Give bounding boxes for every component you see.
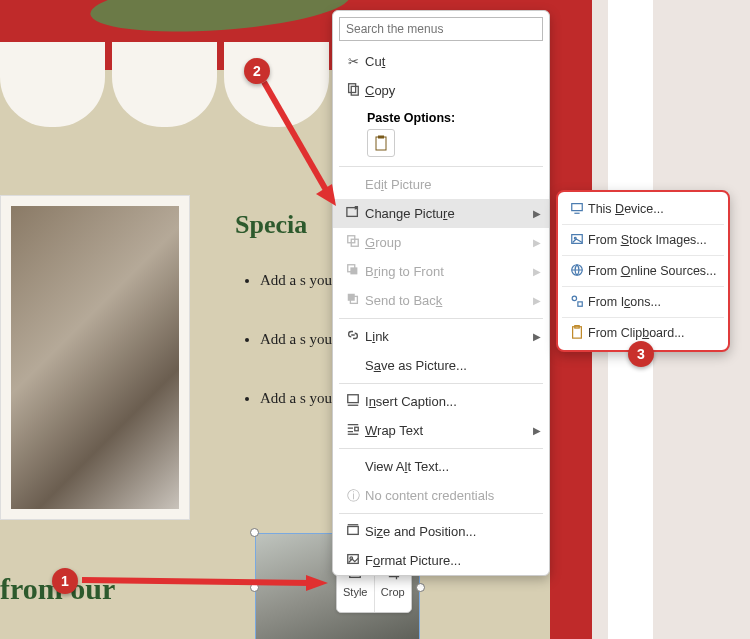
submenu-stock-images[interactable]: From Stock Images... (558, 226, 728, 254)
submenu-label: This Device... (588, 202, 720, 216)
paste-options-label: Paste Options: (333, 105, 549, 127)
menu-label: View Alt Text... (365, 459, 541, 474)
device-icon (566, 201, 588, 218)
menu-size-and-position[interactable]: Size and Position... (333, 517, 549, 546)
svg-rect-12 (348, 395, 359, 403)
style-label: Style (343, 586, 367, 598)
menu-search (339, 17, 543, 41)
paste-option-keep-source[interactable] (367, 129, 395, 157)
size-icon (341, 523, 365, 540)
submenu-from-icons[interactable]: From Icons... (558, 288, 728, 316)
resize-handle[interactable] (250, 528, 259, 537)
menu-content-credentials: ⓘ No content credentials (333, 481, 549, 510)
photo-image (11, 206, 179, 509)
menu-view-alt-text[interactable]: View Alt Text... (333, 452, 549, 481)
section-heading: Specia (235, 210, 307, 240)
svg-rect-10 (348, 294, 355, 301)
menu-label: Link (365, 329, 533, 344)
menu-insert-caption[interactable]: Insert Caption... (333, 387, 549, 416)
callout-2: 2 (244, 58, 270, 84)
menu-send-to-back: Send to Back ▶ (333, 286, 549, 315)
submenu-this-device[interactable]: This Device... (558, 195, 728, 223)
caption-icon (341, 393, 365, 410)
menu-save-as-picture[interactable]: Save as Picture... (333, 351, 549, 380)
menu-label: Wrap Text (365, 423, 533, 438)
callout-3: 3 (628, 341, 654, 367)
change-picture-submenu: This Device... From Stock Images... From… (556, 190, 730, 352)
svg-rect-16 (355, 427, 359, 431)
svg-rect-1 (349, 84, 356, 93)
menu-search-input[interactable] (339, 17, 543, 41)
photo-placeholder-left[interactable] (0, 195, 190, 520)
resize-handle[interactable] (250, 583, 259, 592)
send-back-icon (341, 292, 365, 309)
wrap-text-icon (341, 422, 365, 439)
svg-rect-4 (378, 136, 384, 139)
svg-rect-19 (348, 527, 359, 535)
svg-rect-3 (376, 137, 386, 150)
menu-label: Edit Picture (365, 177, 541, 192)
crop-label: Crop (381, 586, 405, 598)
menu-link[interactable]: Link ▶ (333, 322, 549, 351)
submenu-label: From Clipboard... (588, 326, 720, 340)
menu-label: Cut (365, 54, 541, 69)
menu-label: Bring to Front (365, 264, 533, 279)
menu-label: No content credentials (365, 488, 541, 503)
menu-bring-to-front: Bring to Front ▶ (333, 257, 549, 286)
menu-label: Save as Picture... (365, 358, 541, 373)
menu-label: Send to Back (365, 293, 533, 308)
menu-change-picture[interactable]: Change Picture ▶ (333, 199, 549, 228)
menu-wrap-text[interactable]: Wrap Text ▶ (333, 416, 549, 445)
cut-icon: ✂ (341, 54, 365, 69)
menu-label: Insert Caption... (365, 394, 541, 409)
menu-label: Copy (365, 83, 541, 98)
resize-handle[interactable] (416, 583, 425, 592)
menu-group: Group ▶ (333, 228, 549, 257)
svg-rect-23 (572, 203, 583, 210)
copy-icon (341, 82, 365, 99)
group-icon (341, 234, 365, 251)
clipboard-icon (566, 325, 588, 342)
info-icon: ⓘ (341, 487, 365, 505)
format-picture-icon (341, 552, 365, 569)
submenu-arrow-icon: ▶ (533, 425, 541, 436)
svg-rect-2 (351, 86, 358, 95)
callout-1: 1 (52, 568, 78, 594)
submenu-label: From Icons... (588, 295, 720, 309)
submenu-arrow-icon: ▶ (533, 208, 541, 219)
online-icon (566, 263, 588, 280)
submenu-online-sources[interactable]: From Online Sources... (558, 257, 728, 285)
icons-icon (566, 294, 588, 311)
menu-cut[interactable]: ✂ Cut (333, 47, 549, 76)
svg-point-28 (572, 296, 576, 300)
submenu-label: From Online Sources... (588, 264, 720, 278)
svg-rect-29 (578, 301, 582, 305)
change-picture-icon (341, 205, 365, 222)
link-icon (341, 328, 365, 345)
menu-copy[interactable]: Copy (333, 76, 549, 105)
menu-edit-picture: Edit Picture (333, 170, 549, 199)
submenu-label: From Stock Images... (588, 233, 720, 247)
menu-label: Size and Position... (365, 524, 541, 539)
svg-rect-8 (350, 267, 357, 274)
submenu-arrow-icon: ▶ (533, 331, 541, 342)
context-menu: ✂ Cut Copy Paste Options: Edit Picture C… (332, 10, 550, 576)
stock-icon (566, 232, 588, 249)
menu-label: Change Picture (365, 206, 533, 221)
menu-label: Group (365, 235, 533, 250)
menu-format-picture[interactable]: Format Picture... (333, 546, 549, 575)
bring-front-icon (341, 263, 365, 280)
menu-label: Format Picture... (365, 553, 541, 568)
